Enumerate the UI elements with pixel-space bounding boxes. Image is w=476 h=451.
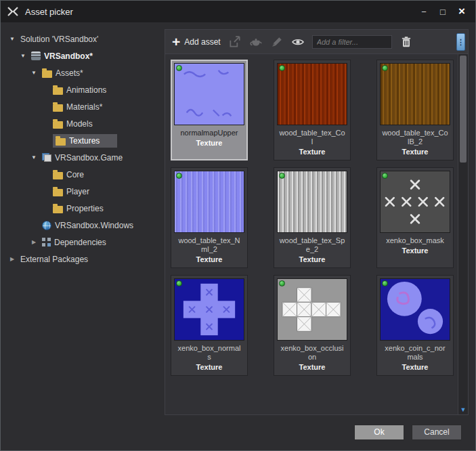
tree-item-properties[interactable]: Properties — [5, 200, 159, 217]
ok-button[interactable]: Ok — [354, 425, 404, 440]
status-dot-icon — [382, 173, 388, 179]
tree-item-label: VRSandbox* — [44, 51, 93, 61]
tree-item-vrsandbox-game[interactable]: ▼ VRSandbox.Game — [5, 149, 159, 166]
dialog-footer: Ok Cancel — [1, 419, 475, 450]
asset-tile-box-occlusion[interactable]: xenko_box_occlusion Texture — [274, 275, 351, 376]
selected-tree-item: Textures — [53, 134, 117, 148]
asset-thumbnail — [174, 171, 244, 233]
cancel-button[interactable]: Cancel — [412, 425, 462, 440]
edit-pencil-icon[interactable] — [270, 35, 284, 49]
filter-input[interactable] — [312, 35, 392, 49]
plus-icon: + — [172, 36, 180, 48]
tree-item-vrsandbox[interactable]: ▼ VRSandbox* — [5, 47, 159, 64]
asset-name: xenko_box_occlusion — [279, 344, 345, 362]
asset-tile-wood-spe2[interactable]: wood_table_tex_Spe_2 Texture — [274, 167, 351, 268]
asset-type: Texture — [299, 148, 326, 156]
tree-item-external-packages[interactable]: ▶ External Packages — [5, 251, 159, 267]
asset-name: wood_table_tex_Spe_2 — [279, 236, 345, 254]
asset-tile-box-normals[interactable]: xenko_box_normals Texture — [171, 275, 248, 376]
asset-type: Texture — [402, 148, 429, 156]
chevron-down-icon[interactable]: ▼ — [29, 70, 39, 76]
status-dot-icon — [279, 65, 285, 71]
asset-type: Texture — [196, 139, 223, 147]
asset-type: Texture — [402, 246, 429, 255]
tree-item-core[interactable]: Core — [5, 166, 159, 183]
titlebar: Asset picker − □ × — [1, 1, 475, 22]
asset-thumbnail — [380, 63, 450, 125]
folder-icon — [53, 189, 63, 196]
tree-item-assets[interactable]: ▼ Assets* — [5, 64, 159, 81]
asset-type: Texture — [299, 363, 326, 371]
solution-tree: ▼ Solution 'VRSandbox' ▼ VRSandbox* ▼ As… — [5, 29, 159, 419]
asset-thumbnail — [277, 63, 347, 125]
asset-browser-panel: + Add asset ⋮ — [165, 29, 469, 415]
status-dot-icon — [176, 280, 182, 286]
folder-icon — [53, 104, 63, 112]
close-button[interactable]: × — [452, 4, 471, 19]
asset-name: wood_table_tex_Nml_2 — [176, 236, 242, 254]
package-icon — [31, 51, 41, 60]
asset-tile-wood-nml2[interactable]: wood_table_tex_Nml_2 Texture — [171, 167, 248, 268]
tree-item-label: VRSandbox.Windows — [55, 221, 133, 230]
minimize-button[interactable]: − — [414, 4, 433, 19]
tree-item-label: Models — [66, 119, 93, 129]
status-dot-icon — [176, 65, 182, 71]
chevron-right-icon[interactable]: ▶ — [29, 239, 39, 245]
template-teapot-icon[interactable] — [249, 35, 263, 49]
status-dot-icon — [382, 280, 388, 286]
asset-tile-normalmapupper[interactable]: normalmapUpper Texture — [171, 60, 248, 160]
tree-item-player[interactable]: Player — [5, 183, 159, 200]
tree-item-vrsandbox-windows[interactable]: VRSandbox.Windows — [5, 217, 159, 234]
folder-icon — [53, 172, 63, 179]
tree-item-label: Textures — [69, 136, 100, 146]
asset-tile-wood-col[interactable]: wood_table_tex_Col Texture — [274, 60, 351, 160]
asset-name: wood_table_tex_Col — [279, 129, 345, 146]
tree-item-label: Core — [66, 170, 84, 179]
asset-tile-box-mask[interactable]: xenko_box_mask Texture — [376, 167, 454, 268]
add-asset-label: Add asset — [184, 37, 220, 47]
globe-icon — [42, 221, 51, 230]
chevron-right-icon[interactable]: ▶ — [7, 256, 17, 262]
chevron-down-icon[interactable]: ▼ — [18, 53, 28, 59]
chevron-down-icon[interactable]: ▼ — [7, 36, 17, 42]
asset-thumbnail — [277, 278, 347, 341]
tree-item-label: Player — [66, 187, 89, 196]
asset-thumbnail — [174, 278, 244, 341]
app-logo-icon — [6, 5, 20, 18]
asset-thumbnail — [277, 171, 347, 233]
tree-item-materials[interactable]: Materials* — [5, 98, 159, 115]
asset-name: xenko_box_mask — [382, 236, 448, 245]
visibility-eye-icon[interactable] — [291, 35, 305, 49]
scrollbar-thumb[interactable] — [460, 56, 467, 163]
vertical-scrollbar[interactable]: ▼ — [458, 54, 468, 414]
folder-icon — [42, 70, 52, 78]
tree-item-dependencies[interactable]: ▶ Dependencies — [5, 234, 159, 251]
asset-grid: normalmapUpper Texture wood_table_tex_Co… — [165, 54, 458, 414]
scroll-down-icon[interactable]: ▼ — [458, 406, 468, 413]
tree-item-label: External Packages — [20, 255, 88, 264]
add-asset-button[interactable]: + Add asset — [172, 36, 221, 48]
status-dot-icon — [176, 173, 182, 179]
dependencies-icon — [42, 238, 51, 246]
window-title: Asset picker — [25, 7, 414, 17]
import-asset-icon[interactable] — [228, 35, 242, 49]
maximize-button[interactable]: □ — [433, 4, 452, 19]
asset-name: normalmapUpper — [176, 129, 242, 137]
tree-item-label: Properties — [66, 204, 104, 213]
asset-tile-coin-normals[interactable]: xenko_coin_c_normals Texture — [376, 275, 454, 376]
asset-picker-window: Asset picker − □ × ▼ Solution 'VRSandbox… — [0, 0, 476, 451]
asset-tile-wood-colb2[interactable]: wood_table_tex_ColB_2 Texture — [376, 60, 454, 160]
asset-name: xenko_coin_c_normals — [382, 344, 448, 362]
asset-type: Texture — [196, 255, 223, 263]
dialog-content: ▼ Solution 'VRSandbox' ▼ VRSandbox* ▼ As… — [1, 22, 475, 419]
chevron-down-icon[interactable]: ▼ — [29, 154, 39, 160]
view-options-button[interactable]: ⋮ — [456, 33, 465, 51]
tree-item-textures[interactable]: Textures — [5, 132, 159, 149]
asset-type: Texture — [196, 363, 223, 371]
tree-item-models[interactable]: Models — [5, 115, 159, 132]
tree-item-animations[interactable]: Animations — [5, 81, 159, 98]
status-dot-icon — [279, 173, 285, 179]
tree-item-solution[interactable]: ▼ Solution 'VRSandbox' — [5, 30, 159, 47]
delete-trash-icon[interactable] — [399, 35, 413, 49]
asset-thumbnail — [380, 278, 450, 341]
